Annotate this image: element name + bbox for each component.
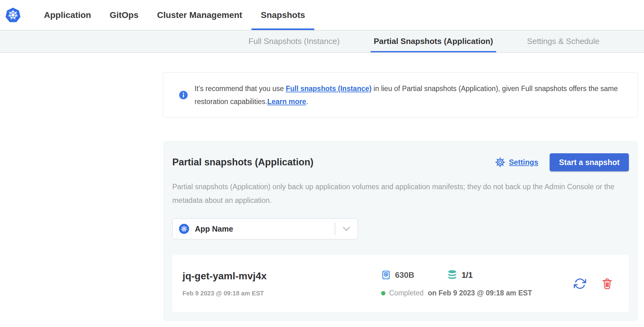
partial-snapshots-panel: Partial snapshots (Application) Settings…	[163, 141, 638, 321]
nav-item-application[interactable]: Application	[35, 0, 100, 30]
tab-settings-schedule[interactable]: Settings & Schedule	[524, 30, 603, 52]
tab-partial-snapshots-application[interactable]: Partial Snapshots (Application)	[371, 30, 496, 52]
banner-text-after: .	[306, 98, 308, 106]
snapshot-name: jq-get-yaml-mvj4x	[182, 270, 381, 282]
nav-item-cluster-management[interactable]: Cluster Management	[148, 0, 251, 30]
snapshot-details: 630B 1/1 Completed on Feb 9 2023 @ 09:18…	[381, 270, 532, 297]
snapshot-size: 630B	[395, 270, 414, 280]
info-banner: It’s recommend that you use Full snapsho…	[163, 72, 638, 118]
info-icon	[179, 90, 188, 100]
kubernetes-logo-icon	[5, 7, 21, 24]
full-snapshots-link[interactable]: Full snapshots (Instance)	[286, 85, 371, 93]
restore-icon[interactable]	[574, 277, 586, 290]
top-nav: Application GitOps Cluster Management Sn…	[0, 0, 644, 30]
learn-more-link[interactable]: Learn more	[267, 98, 306, 106]
nav-item-gitops[interactable]: GitOps	[100, 0, 148, 30]
banner-text-before: It’s recommend that you use	[195, 85, 286, 93]
kubernetes-app-icon	[179, 224, 189, 234]
snapshots-subnav: Full Snapshots (Instance) Partial Snapsh…	[0, 30, 644, 53]
panel-title: Partial snapshots (Application)	[172, 157, 495, 168]
panel-description: Partial snapshots (Application) only bac…	[172, 180, 629, 207]
app-selector-value: App Name	[195, 225, 233, 233]
banner-text: It’s recommend that you use Full snapsho…	[195, 82, 624, 108]
snapshot-info: jq-get-yaml-mvj4x Feb 9 2023 @ 09:18 am …	[182, 270, 381, 297]
status-dot	[381, 291, 385, 295]
snapshot-status: Completed	[389, 289, 423, 297]
start-snapshot-button[interactable]: Start a snapshot	[550, 153, 629, 171]
snapshot-finished-at: on Feb 9 2023 @ 09:18 am EST	[428, 289, 532, 297]
gear-icon	[495, 157, 505, 168]
nav-item-snapshots[interactable]: Snapshots	[251, 0, 314, 30]
app-selector[interactable]: App Name	[172, 218, 358, 239]
disk-icon	[381, 270, 391, 280]
settings-label: Settings	[509, 158, 538, 167]
kubernetes-logo[interactable]	[5, 0, 21, 30]
snapshot-actions	[574, 277, 613, 290]
trash-icon[interactable]	[601, 277, 613, 290]
database-icon	[447, 270, 458, 280]
settings-link[interactable]: Settings	[495, 157, 538, 168]
snapshot-row: jq-get-yaml-mvj4x Feb 9 2023 @ 09:18 am …	[172, 255, 629, 312]
top-nav-items: Application GitOps Cluster Management Sn…	[35, 0, 314, 30]
snapshot-volumes: 1/1	[462, 270, 473, 280]
snapshot-created-at: Feb 9 2023 @ 09:18 am EST	[182, 290, 381, 297]
panel-header: Partial snapshots (Application) Settings…	[172, 153, 629, 171]
chevron-down-icon[interactable]	[335, 225, 358, 233]
tab-full-snapshots-instance[interactable]: Full Snapshots (Instance)	[245, 30, 343, 52]
